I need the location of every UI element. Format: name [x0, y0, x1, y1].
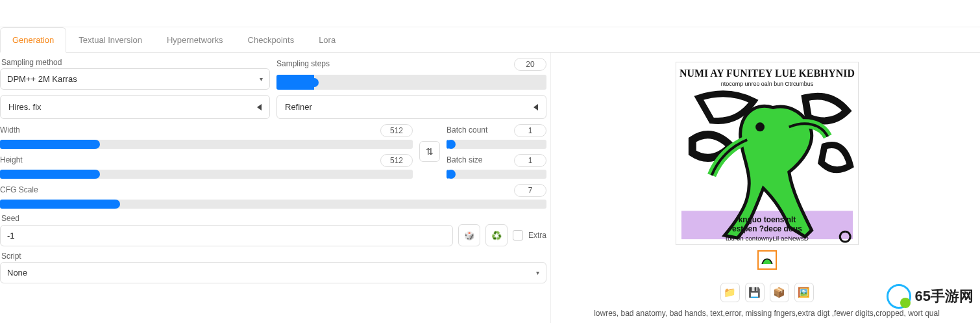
generated-image-svg: NUMI AY FUNITEY LUE KEBHYNID ntocomp unr… — [676, 62, 858, 245]
cfg-value[interactable]: 7 — [514, 184, 546, 197]
cfg-label: CFG Scale — [0, 185, 38, 194]
batch-count-slider[interactable] — [447, 140, 546, 149]
svg-text:knguo toens nlt: knguo toens nlt — [738, 215, 796, 224]
seed-label: Seed — [0, 214, 546, 223]
output-preview: NUMI AY FUNITEY LUE KEBHYNID ntocomp unr… — [559, 58, 975, 318]
random-seed-button[interactable]: 🎲 — [458, 224, 480, 246]
site-watermark: 65手游网 — [887, 284, 974, 309]
top-bar — [0, 0, 980, 27]
script-value: None — [7, 268, 27, 278]
batch-count-value[interactable]: 1 — [514, 124, 546, 137]
watermark-logo-icon — [887, 284, 911, 309]
script-select[interactable]: None ▾ — [0, 262, 546, 283]
sampling-method-label: Sampling method — [0, 58, 270, 67]
image-icon: 🖼️ — [798, 287, 810, 298]
subtabs: Generation Textual Inversion Hypernetwor… — [0, 27, 980, 53]
width-label: Width — [0, 125, 20, 135]
sampling-steps-value[interactable]: 20 — [514, 58, 546, 71]
svg-point-4 — [755, 122, 765, 131]
extra-checkbox[interactable] — [513, 230, 523, 240]
height-value[interactable]: 512 — [380, 154, 413, 167]
reuse-seed-button[interactable]: ♻️ — [485, 224, 508, 246]
open-folder-button[interactable]: 📁 — [720, 283, 740, 302]
svg-text:estpen ?dece dous: estpen ?dece dous — [732, 224, 802, 233]
width-slider[interactable] — [0, 140, 413, 149]
refiner-label: Refiner — [285, 102, 312, 112]
width-value[interactable]: 512 — [380, 124, 413, 137]
dice-icon: 🎲 — [464, 231, 474, 240]
tab-textual-inversion[interactable]: Textual Inversion — [66, 27, 154, 52]
folder-icon: 📁 — [724, 287, 736, 298]
save-icon: 💾 — [748, 287, 761, 298]
cfg-slider[interactable] — [0, 200, 546, 209]
zip-icon: 📦 — [773, 287, 785, 298]
collapse-icon — [533, 104, 538, 110]
refiner-accordion[interactable]: Refiner — [276, 95, 546, 119]
script-label: Script — [0, 252, 546, 261]
save-button[interactable]: 💾 — [745, 283, 765, 302]
batch-size-slider[interactable] — [447, 170, 546, 179]
batch-size-value[interactable]: 1 — [514, 154, 546, 167]
svg-text:NUMI AY FUNITEY LUE KEBHYNID: NUMI AY FUNITEY LUE KEBHYNID — [680, 68, 855, 79]
caret-down-icon: ▾ — [536, 269, 539, 276]
send-img2img-button[interactable]: 🖼️ — [794, 283, 814, 302]
recycle-icon: ♻️ — [491, 231, 502, 240]
tab-lora[interactable]: Lora — [306, 27, 348, 52]
tab-checkpoints[interactable]: Checkpoints — [236, 27, 307, 52]
caret-down-icon: ▾ — [260, 75, 263, 83]
seed-input[interactable] — [0, 225, 453, 246]
tab-hypernetworks[interactable]: Hypernetworks — [154, 27, 236, 52]
output-caption: lowres, bad anatomy, bad hands, text,err… — [594, 309, 940, 318]
batch-count-label: Batch count — [447, 125, 487, 135]
watermark-text: 65手游网 — [915, 287, 974, 306]
tab-generation[interactable]: Generation — [0, 27, 66, 53]
extra-label: Extra — [528, 231, 546, 240]
swap-dimensions-button[interactable]: ⇅ — [419, 141, 440, 162]
height-slider[interactable] — [0, 170, 413, 179]
zip-button[interactable]: 📦 — [770, 283, 789, 302]
sampling-method-select[interactable]: DPM++ 2M Karras ▾ — [0, 68, 270, 90]
sampling-steps-label: Sampling steps — [276, 59, 330, 68]
hires-fix-accordion[interactable]: Hires. fix — [0, 95, 270, 119]
swap-icon: ⇅ — [426, 146, 434, 157]
sampling-steps-slider[interactable] — [276, 75, 546, 90]
output-buttons: 📁 💾 📦 🖼️ — [720, 283, 814, 302]
generated-image[interactable]: NUMI AY FUNITEY LUE KEBHYNID ntocomp unr… — [676, 62, 859, 245]
sampling-method-value: DPM++ 2M Karras — [7, 74, 77, 84]
output-thumbnail[interactable] — [757, 250, 777, 270]
batch-size-label: Batch size — [447, 155, 482, 164]
svg-text:tbtiroh contownyLil aeNewsD: tbtiroh contownyLil aeNewsD — [726, 235, 809, 242]
hires-fix-label: Hires. fix — [8, 102, 42, 112]
svg-text:ntocomp unreo oaln bun Otrcumb: ntocomp unreo oaln bun Otrcumbus — [720, 81, 813, 87]
height-label: Height — [0, 155, 23, 164]
collapse-icon — [257, 104, 262, 110]
